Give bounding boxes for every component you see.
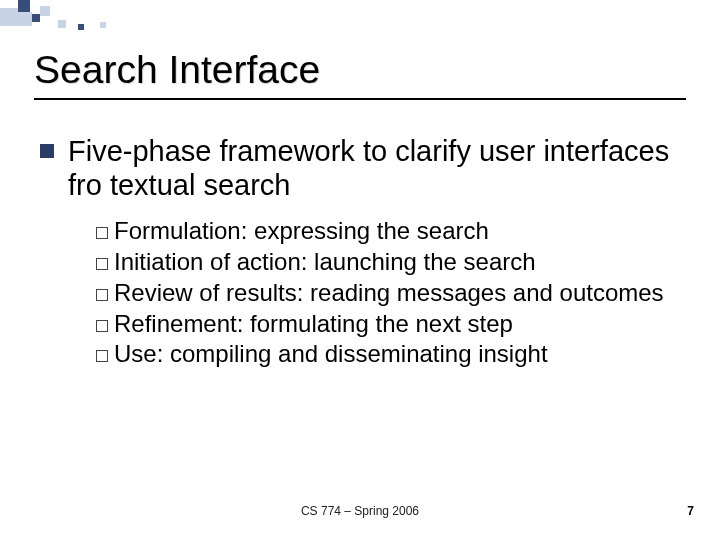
bullet-level1: Five-phase framework to clarify user int…: [40, 134, 686, 202]
footer-course: CS 774 – Spring 2006: [301, 504, 419, 518]
list-item-text: Review of results: reading messages and …: [114, 279, 664, 306]
list-item-text: Formulation: expressing the search: [114, 217, 489, 244]
list-item: Initiation of action: launching the sear…: [96, 247, 686, 278]
hollow-square-icon: [96, 350, 108, 362]
list-item: Refinement: formulating the next step: [96, 309, 686, 340]
list-item-text: Refinement: formulating the next step: [114, 310, 513, 337]
title-underline: [34, 98, 686, 100]
slide-title: Search Interface: [34, 48, 686, 92]
level1-text: Five-phase framework to clarify user int…: [68, 134, 686, 202]
slide-footer: CS 774 – Spring 2006 7: [0, 504, 720, 524]
bullet-level2-list: Formulation: expressing the search Initi…: [96, 216, 686, 370]
hollow-square-icon: [96, 227, 108, 239]
hollow-square-icon: [96, 258, 108, 270]
list-item-text: Initiation of action: launching the sear…: [114, 248, 536, 275]
list-item: Review of results: reading messages and …: [96, 278, 686, 309]
list-item-text: Use: compiling and disseminating insight: [114, 340, 548, 367]
hollow-square-icon: [96, 320, 108, 332]
square-bullet-icon: [40, 144, 54, 158]
footer-page-number: 7: [687, 504, 694, 518]
corner-decoration: [0, 0, 150, 40]
list-item: Use: compiling and disseminating insight: [96, 339, 686, 370]
list-item: Formulation: expressing the search: [96, 216, 686, 247]
hollow-square-icon: [96, 289, 108, 301]
